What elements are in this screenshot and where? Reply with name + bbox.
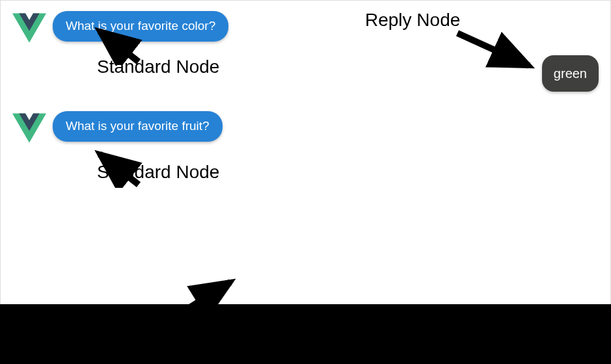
vue-logo-icon: [12, 12, 46, 44]
bot-message-bubble: What is your favorite color?: [53, 11, 228, 42]
chat-scroll-area[interactable]: What is your favorite color? Standard No…: [1, 1, 610, 313]
vue-logo-icon: [12, 112, 46, 144]
annotation-label: Standard Node: [97, 162, 219, 183]
user-message-bubble: green: [542, 55, 599, 92]
chat-message-row: What is your favorite color?: [12, 11, 599, 44]
bot-message-bubble: What is your favorite fruit?: [53, 111, 223, 142]
cutoff-strip: [0, 304, 611, 364]
chat-message-row: green: [12, 55, 599, 92]
chat-message-row: What is your favorite fruit?: [12, 111, 599, 144]
